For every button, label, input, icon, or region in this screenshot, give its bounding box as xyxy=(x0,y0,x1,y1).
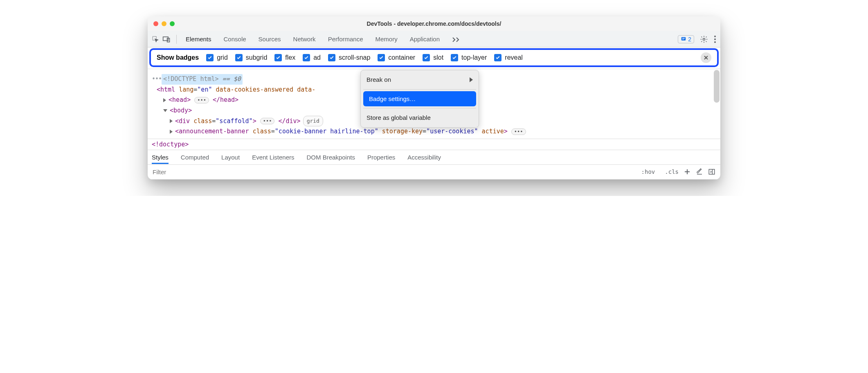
window-titlebar: DevTools - developer.chrome.com/docs/dev… xyxy=(148,16,720,31)
collapse-arrow-icon[interactable] xyxy=(163,109,167,112)
toolbar-right: 2 xyxy=(678,35,716,43)
expand-arrow-icon[interactable] xyxy=(170,130,173,134)
main-toolbar: Elements Console Sources Network Perform… xyxy=(148,31,720,47)
subtab-properties[interactable]: Properties xyxy=(367,151,395,164)
tab-console[interactable]: Console xyxy=(224,36,246,43)
device-toolbar-icon[interactable] xyxy=(162,36,171,43)
checkbox-checked-icon xyxy=(235,54,243,61)
cls-toggle[interactable]: .cls xyxy=(661,169,683,175)
more-tabs-icon[interactable] xyxy=(452,36,461,42)
ellipsis-icon[interactable]: ••• xyxy=(511,128,526,135)
checkbox-checked-icon xyxy=(206,54,214,61)
badge-toggle-ad[interactable]: ad xyxy=(303,54,321,61)
subtab-styles[interactable]: Styles xyxy=(152,151,169,164)
checkbox-checked-icon xyxy=(423,54,430,61)
toolbar-divider xyxy=(176,35,177,44)
svg-rect-3 xyxy=(681,37,686,40)
styles-toolbar-icons xyxy=(684,168,720,175)
badge-settings-bar: Show badges grid subgrid flex ad scroll-… xyxy=(149,48,719,67)
settings-gear-icon[interactable] xyxy=(700,35,708,43)
badge-toggle-grid[interactable]: grid xyxy=(206,54,228,61)
svg-point-6 xyxy=(714,38,716,40)
svg-point-4 xyxy=(703,38,705,40)
styles-filter-row: :hov .cls xyxy=(148,165,720,180)
badge-toggle-top-layer[interactable]: top-layer xyxy=(451,54,487,61)
ellipsis-icon[interactable]: ••• xyxy=(260,118,275,124)
rendering-emulations-icon[interactable] xyxy=(696,168,703,175)
tab-performance[interactable]: Performance xyxy=(328,36,363,43)
badge-toggle-reveal[interactable]: reveal xyxy=(494,54,523,61)
badge-bar-label: Show badges xyxy=(157,54,199,61)
tab-sources[interactable]: Sources xyxy=(259,36,281,43)
tab-memory[interactable]: Memory xyxy=(376,36,398,43)
checkbox-checked-icon xyxy=(328,54,335,61)
badge-toggle-slot[interactable]: slot xyxy=(423,54,443,61)
hov-toggle[interactable]: :hov xyxy=(637,169,659,175)
svg-point-5 xyxy=(714,36,716,37)
devtools-window: DevTools - developer.chrome.com/docs/dev… xyxy=(148,16,720,180)
tab-elements[interactable]: Elements xyxy=(186,36,211,43)
minimize-window-button[interactable] xyxy=(162,21,166,26)
issues-badge[interactable]: 2 xyxy=(678,35,694,43)
expand-arrow-icon[interactable] xyxy=(170,119,173,123)
vertical-scrollbar[interactable] xyxy=(714,70,720,103)
checkbox-checked-icon xyxy=(274,54,282,61)
dom-node-announcement-banner[interactable]: <announcement-banner class="cookie-banne… xyxy=(170,126,716,137)
badge-toggle-container[interactable]: container xyxy=(378,54,415,61)
subtab-layout[interactable]: Layout xyxy=(221,151,240,164)
subtab-accessibility[interactable]: Accessibility xyxy=(407,151,441,164)
svg-point-7 xyxy=(714,41,716,43)
elements-dom-tree[interactable]: •••<!DOCTYPE html> == $0 <html lang="en"… xyxy=(148,69,720,139)
gutter-dots-icon: ••• xyxy=(152,75,162,83)
panel-tabs: Elements Console Sources Network Perform… xyxy=(186,36,675,43)
badge-toggle-flex[interactable]: flex xyxy=(274,54,295,61)
issues-count: 2 xyxy=(688,36,691,43)
close-window-button[interactable] xyxy=(153,21,158,26)
subtab-computed[interactable]: Computed xyxy=(181,151,209,164)
context-menu-separator xyxy=(363,89,476,90)
checkbox-checked-icon xyxy=(494,54,501,61)
context-item-break-on[interactable]: Break on xyxy=(361,72,479,88)
styles-filter-input[interactable] xyxy=(148,169,636,175)
subtab-dom-breakpoints[interactable]: DOM Breakpoints xyxy=(307,151,355,164)
window-title: DevTools - developer.chrome.com/docs/dev… xyxy=(148,20,720,27)
close-badge-bar-icon[interactable] xyxy=(701,52,711,63)
traffic-lights xyxy=(153,21,175,26)
checkbox-checked-icon xyxy=(303,54,310,61)
elements-breadcrumb[interactable]: <!doctype> xyxy=(148,139,720,150)
computed-panel-toggle-icon[interactable] xyxy=(708,168,715,175)
grid-badge[interactable]: grid xyxy=(303,116,323,126)
inspect-element-icon[interactable] xyxy=(152,36,159,43)
maximize-window-button[interactable] xyxy=(170,21,175,26)
badge-toggle-subgrid[interactable]: subgrid xyxy=(235,54,267,61)
kebab-menu-icon[interactable] xyxy=(714,35,716,43)
submenu-arrow-icon xyxy=(470,77,473,82)
expand-arrow-icon[interactable] xyxy=(163,98,166,102)
context-item-badge-settings[interactable]: Badge settings… xyxy=(363,91,476,107)
checkbox-checked-icon xyxy=(451,54,458,61)
tab-application[interactable]: Application xyxy=(410,36,440,43)
styles-pane-tabs: Styles Computed Layout Event Listeners D… xyxy=(148,150,720,165)
new-style-rule-icon[interactable] xyxy=(684,168,691,175)
context-item-store-global[interactable]: Store as global variable xyxy=(361,110,479,126)
tab-network[interactable]: Network xyxy=(293,36,316,43)
context-menu-separator xyxy=(363,108,476,108)
context-menu: Break on Badge settings… Store as global… xyxy=(360,70,479,128)
svg-rect-8 xyxy=(709,169,715,174)
badge-toggle-scroll-snap[interactable]: scroll-snap xyxy=(328,54,370,61)
subtab-event-listeners[interactable]: Event Listeners xyxy=(252,151,294,164)
checkbox-checked-icon xyxy=(378,54,385,61)
ellipsis-icon[interactable]: ••• xyxy=(194,97,209,103)
